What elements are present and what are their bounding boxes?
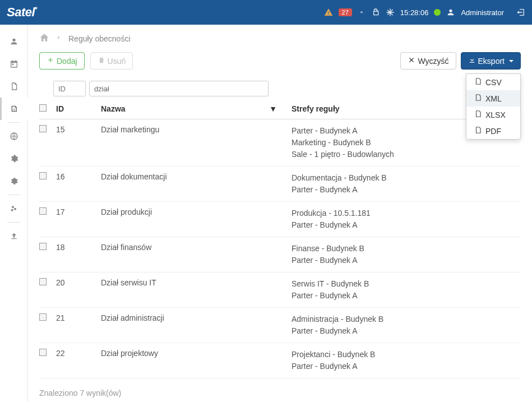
cell-name: Dział finansów (101, 237, 292, 272)
filter-id-input[interactable] (53, 81, 86, 96)
clock-time: 15:28:06 (400, 8, 429, 17)
row-checkbox[interactable] (39, 172, 47, 179)
file-icon (474, 77, 482, 87)
sidebar-item-upload[interactable] (0, 225, 28, 247)
clear-button-label: Wyczyść (418, 57, 448, 66)
add-button[interactable]: Dodaj (39, 52, 85, 70)
file-icon (474, 126, 482, 136)
username-label[interactable]: Administrator (461, 8, 504, 17)
sidebar-item-rules[interactable] (0, 98, 28, 120)
zone-value: Parter - Budynek A (292, 290, 517, 302)
table-row[interactable]: 22 Dział projektowy Projektanci - Budyne… (39, 343, 521, 378)
plus-icon (47, 56, 54, 66)
row-checkbox[interactable] (39, 125, 47, 132)
sidebar-item-users[interactable] (0, 30, 28, 53)
table-row[interactable]: 15 Dział marketingu Parter - Budynek AMa… (39, 119, 521, 167)
column-header-name[interactable]: Nazwa ▼ (101, 99, 292, 119)
filter-row (39, 81, 521, 96)
alert-count-badge[interactable]: 27 (339, 8, 352, 16)
cell-id: 18 (56, 237, 101, 272)
cell-zones: Finanse - Budynek BParter - Budynek A (292, 237, 521, 272)
result-count: Znaleziono 7 wynik(ów) (39, 389, 521, 398)
cell-id: 17 (56, 202, 101, 237)
snowflake-icon[interactable] (386, 8, 395, 17)
sidebar (0, 25, 28, 402)
sidebar-separator (7, 122, 21, 123)
sidebar-item-devices[interactable] (0, 197, 28, 220)
cell-zones: Dokumentacja - Budynek BParter - Budynek… (292, 167, 521, 202)
clear-button[interactable]: Wyczyść (400, 52, 456, 70)
file-icon (474, 110, 482, 119)
export-xml[interactable]: XML (466, 90, 520, 107)
data-table: ID Nazwa ▼ Strefy reguły 15 Dział market… (39, 99, 521, 378)
cell-id: 20 (56, 272, 101, 308)
unlock-icon[interactable] (371, 8, 380, 17)
column-header-name-label: Nazwa (101, 104, 126, 113)
table-row[interactable]: 16 Dział dokumentacji Dokumentacja - Bud… (39, 167, 521, 202)
table-row[interactable]: 18 Dział finansów Finanse - Budynek BPar… (39, 237, 521, 272)
sidebar-item-gears[interactable] (0, 147, 28, 170)
row-checkbox[interactable] (39, 349, 47, 356)
export-xml-label: XML (485, 94, 502, 103)
zone-value: Sale - 1 piętro - Budowlanych (292, 149, 517, 160)
cell-zones: Projektanci - Budynek BParter - Budynek … (292, 343, 521, 378)
row-checkbox[interactable] (39, 207, 47, 215)
select-all-checkbox[interactable] (39, 104, 47, 112)
export-xlsx[interactable]: XLSX (466, 107, 520, 123)
zone-value: Finanse - Budynek B (292, 243, 517, 255)
sidebar-item-calendar[interactable] (0, 53, 28, 75)
export-csv[interactable]: CSV (466, 74, 520, 90)
delete-button-label: Usuń (108, 57, 126, 66)
zone-value: Dokumentacja - Budynek B (292, 172, 517, 184)
sidebar-item-documents[interactable] (0, 75, 28, 98)
row-checkbox[interactable] (39, 278, 47, 285)
sort-indicator-icon: ▼ (269, 104, 277, 113)
export-button-label: Eksport (478, 57, 505, 66)
brand-logo: Satel* (7, 5, 37, 20)
warning-icon[interactable] (324, 8, 333, 17)
cell-id: 16 (56, 167, 101, 202)
export-csv-label: CSV (485, 78, 502, 87)
breadcrumb: Reguły obecności (39, 33, 521, 44)
row-checkbox[interactable] (39, 243, 47, 250)
cell-name: Dział produkcji (101, 202, 292, 237)
status-indicator (434, 9, 441, 16)
topbar-right: 27 15:28:06 Administrator (324, 8, 525, 17)
zone-value: Parter - Budynek A (292, 325, 517, 337)
breadcrumb-separator-icon (55, 34, 63, 43)
sidebar-item-globe[interactable] (0, 125, 28, 147)
table-row[interactable]: 20 Dział serwisu IT Serwis IT - Budynek … (39, 272, 521, 308)
cell-id: 21 (56, 308, 101, 343)
user-icon (446, 8, 455, 17)
export-xlsx-label: XLSX (485, 110, 506, 119)
add-button-label: Dodaj (57, 57, 77, 66)
table-row[interactable]: 21 Dział administracji Administracja - B… (39, 308, 521, 343)
cell-id: 15 (56, 119, 101, 167)
zone-value: Parter - Budynek A (292, 219, 517, 231)
cell-name: Dział projektowy (101, 343, 292, 378)
cell-id: 22 (56, 343, 101, 378)
filter-name-input[interactable] (89, 81, 269, 96)
cell-name: Dział serwisu IT (101, 272, 292, 308)
zone-value: Administracja - Budynek B (292, 313, 517, 325)
home-icon[interactable] (39, 33, 49, 44)
delete-button[interactable]: Usuń (90, 52, 133, 70)
content-area: Reguły obecności Dodaj Usuń Wyczyść (28, 25, 532, 402)
logout-icon[interactable] (516, 8, 525, 17)
export-button[interactable]: Eksport (461, 52, 521, 70)
breadcrumb-current: Reguły obecności (68, 34, 131, 43)
sidebar-item-gear[interactable] (0, 170, 28, 192)
row-checkbox[interactable] (39, 313, 47, 321)
chevron-down-icon[interactable] (358, 8, 366, 16)
cell-zones: Produkcja - 10.5.1.181Parter - Budynek A (292, 202, 521, 237)
cell-name: Dział dokumentacji (101, 167, 292, 202)
column-header-id[interactable]: ID (56, 99, 101, 119)
cell-zones: Administracja - Budynek BParter - Budyne… (292, 308, 521, 343)
table-row[interactable]: 17 Dział produkcji Produkcja - 10.5.1.18… (39, 202, 521, 237)
zone-value: Serwis IT - Budynek B (292, 278, 517, 290)
zone-value: Parter - Budynek A (292, 361, 517, 372)
export-pdf[interactable]: PDF (466, 123, 520, 139)
zone-value: Parter - Budynek A (292, 184, 517, 196)
cell-name: Dział marketingu (101, 119, 292, 167)
caret-down-icon (509, 60, 514, 62)
